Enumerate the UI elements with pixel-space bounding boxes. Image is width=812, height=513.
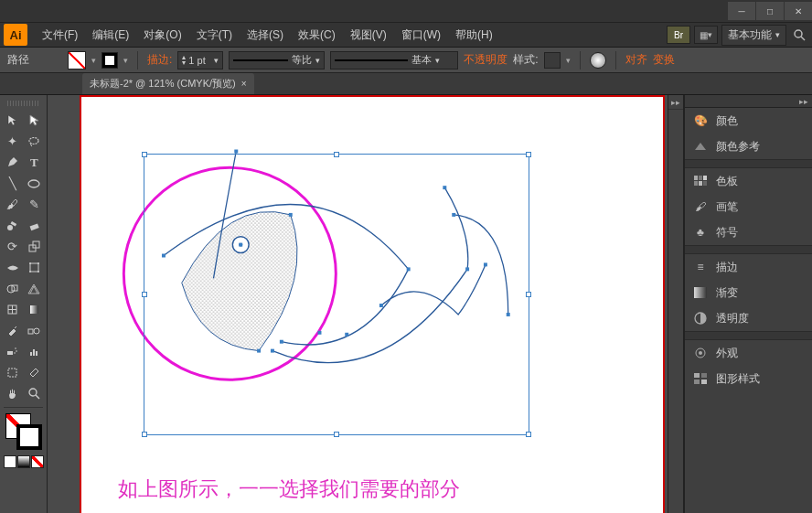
menu-type[interactable]: 文字(T) <box>189 24 240 47</box>
panel-grip[interactable] <box>7 101 39 106</box>
panel-symbols[interactable]: ♣ 符号 <box>685 219 812 245</box>
lasso-tool[interactable] <box>24 131 46 152</box>
width-tool[interactable] <box>2 257 24 278</box>
separator <box>580 51 581 69</box>
blob-brush-tool[interactable] <box>2 215 24 236</box>
hand-tool[interactable] <box>2 383 24 404</box>
gradient-tool[interactable] <box>24 299 46 320</box>
transform-label[interactable]: 变换 <box>653 52 675 68</box>
fill-swatch[interactable] <box>68 51 86 69</box>
shape-builder-tool[interactable] <box>2 278 24 299</box>
color-mode-none[interactable] <box>31 455 44 468</box>
slice-tool[interactable] <box>24 362 46 383</box>
menu-edit[interactable]: 编辑(E) <box>85 24 136 47</box>
search-icon[interactable] <box>790 26 808 44</box>
direct-selection-tool[interactable] <box>24 110 46 131</box>
artboard-tool[interactable] <box>2 362 24 383</box>
recolor-button[interactable] <box>590 52 606 69</box>
fill-dropdown-icon[interactable]: ▾ <box>91 56 96 65</box>
menu-effect[interactable]: 效果(C) <box>291 24 343 47</box>
selection-bounds[interactable] <box>144 154 529 435</box>
magic-wand-tool[interactable]: ✦ <box>2 131 24 152</box>
svg-point-63 <box>699 351 702 355</box>
panel-graphic-styles[interactable]: 图形样式 <box>685 366 812 391</box>
handle-ne[interactable] <box>526 152 531 157</box>
stroke-dropdown-icon[interactable]: ▾ <box>123 56 128 65</box>
blend-tool[interactable] <box>24 320 46 341</box>
color-mode-gradient[interactable] <box>17 455 30 468</box>
panel-stroke[interactable]: ≡ 描边 <box>685 254 812 280</box>
paintbrush-tool[interactable]: 🖌 <box>2 194 24 215</box>
panel-label: 图形样式 <box>716 371 760 387</box>
stroke-swatch[interactable] <box>102 52 118 69</box>
panel-appearance[interactable]: 外观 <box>685 340 812 366</box>
handle-w[interactable] <box>142 292 147 297</box>
workspace-switcher[interactable]: 基本功能 ▾ <box>721 25 786 46</box>
panel-label: 颜色参考 <box>716 139 760 155</box>
eyedropper-tool[interactable] <box>2 320 24 341</box>
mesh-tool[interactable] <box>2 299 24 320</box>
free-transform-tool[interactable] <box>24 257 46 278</box>
tool-panel: ✦ T ╲ 🖌 ✎ ⟳ <box>0 95 48 513</box>
opacity-label[interactable]: 不透明度 <box>464 52 508 68</box>
panel-color-guide[interactable]: 颜色参考 <box>685 134 812 159</box>
close-button[interactable]: ✕ <box>785 2 812 20</box>
svg-point-12 <box>29 271 31 273</box>
handle-e[interactable] <box>526 292 531 297</box>
symbol-sprayer-tool[interactable] <box>2 341 24 362</box>
stroke-weight-input[interactable]: ▴▾ 1 pt ▾ <box>177 51 223 69</box>
panel-brushes[interactable]: 🖌 画笔 <box>685 194 812 219</box>
panel-swatches[interactable]: 色板 <box>685 168 812 194</box>
swatches-icon <box>692 174 709 188</box>
panel-divider <box>685 245 812 254</box>
rotate-tool[interactable]: ⟳ <box>2 236 24 257</box>
handle-nw[interactable] <box>142 152 147 157</box>
transparency-icon <box>692 311 709 326</box>
maximize-button[interactable]: □ <box>756 2 784 20</box>
style-dropdown-icon[interactable]: ▾ <box>566 56 571 65</box>
pencil-tool[interactable]: ✎ <box>24 194 46 215</box>
brush-dropdown[interactable]: 基本 ▾ <box>330 51 458 69</box>
svg-rect-6 <box>29 223 38 230</box>
pen-tool[interactable] <box>2 152 24 173</box>
color-mode-solid[interactable] <box>4 455 16 468</box>
zoom-tool[interactable] <box>24 383 46 404</box>
minimize-button[interactable]: ─ <box>728 2 755 20</box>
panel-label: 外观 <box>716 346 738 361</box>
handle-s[interactable] <box>334 432 339 437</box>
style-swatch[interactable] <box>544 52 561 69</box>
bridge-button[interactable]: Br <box>667 26 690 44</box>
panel-gradient[interactable]: 渐变 <box>685 280 812 305</box>
handle-se[interactable] <box>526 432 531 437</box>
document-tab[interactable]: 未标题-2* @ 121% (CMYK/预览) × <box>82 73 254 94</box>
canvas-area[interactable]: 如上图所示，一一选择我们需要的部分 <box>48 95 668 513</box>
dock-expand-icon[interactable]: ▸▸ <box>668 95 683 110</box>
annotation-text: 如上图所示，一一选择我们需要的部分 <box>118 476 460 503</box>
fill-stroke-control[interactable] <box>4 411 44 452</box>
menu-select[interactable]: 选择(S) <box>240 24 291 47</box>
perspective-grid-tool[interactable] <box>24 278 46 299</box>
stroke-indicator[interactable] <box>16 424 42 450</box>
menu-window[interactable]: 窗口(W) <box>394 24 448 47</box>
eraser-tool[interactable] <box>24 215 46 236</box>
menu-view[interactable]: 视图(V) <box>343 24 394 47</box>
menu-file[interactable]: 文件(F) <box>35 24 85 47</box>
type-tool[interactable]: T <box>24 152 46 173</box>
panel-color[interactable]: 🎨 颜色 <box>685 108 812 134</box>
scale-tool[interactable] <box>24 236 46 257</box>
handle-n[interactable] <box>334 152 339 157</box>
ellipse-tool[interactable] <box>24 173 46 194</box>
menu-help[interactable]: 帮助(H) <box>448 24 500 47</box>
panel-collapse-button[interactable]: ▸▸ <box>685 95 812 108</box>
menu-object[interactable]: 对象(O) <box>136 24 188 47</box>
handle-sw[interactable] <box>142 432 147 437</box>
graph-tool[interactable] <box>24 341 46 362</box>
panel-transparency[interactable]: 透明度 <box>685 305 812 331</box>
line-tool[interactable]: ╲ <box>2 173 24 194</box>
profile-dropdown[interactable]: 等比 ▾ <box>229 51 325 69</box>
tab-close-icon[interactable]: × <box>241 79 247 89</box>
align-label[interactable]: 对齐 <box>625 52 647 68</box>
stroke-label[interactable]: 描边: <box>147 52 172 68</box>
arrange-docs-button[interactable]: ▦▾ <box>694 26 718 44</box>
selection-tool[interactable] <box>2 110 24 131</box>
